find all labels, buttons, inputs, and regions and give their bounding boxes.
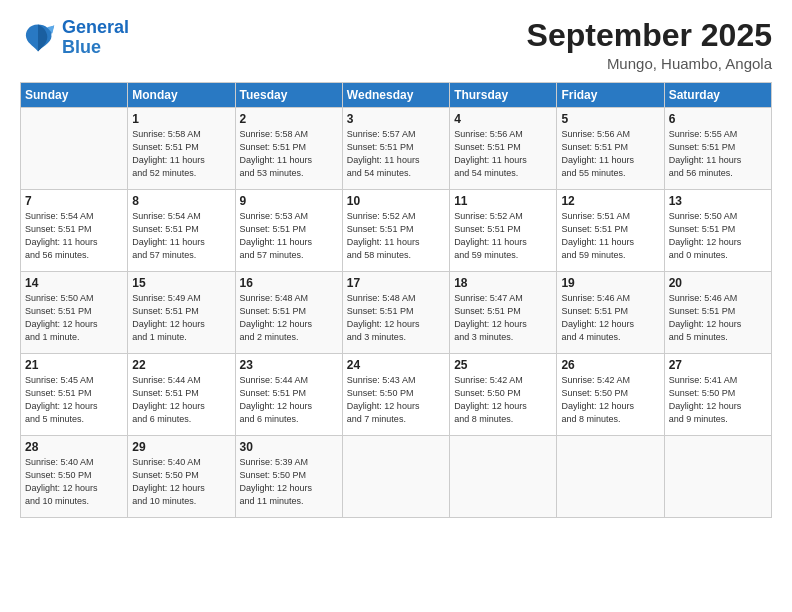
col-wednesday: Wednesday [342,83,449,108]
col-friday: Friday [557,83,664,108]
header-row: Sunday Monday Tuesday Wednesday Thursday… [21,83,772,108]
day-number: 20 [669,276,767,290]
day-info: Sunrise: 5:52 AMSunset: 5:51 PMDaylight:… [454,210,552,262]
day-info: Sunrise: 5:40 AMSunset: 5:50 PMDaylight:… [25,456,123,508]
logo-line2: Blue [62,37,101,57]
calendar-day: 18Sunrise: 5:47 AMSunset: 5:51 PMDayligh… [450,272,557,354]
day-info: Sunrise: 5:58 AMSunset: 5:51 PMDaylight:… [132,128,230,180]
day-info: Sunrise: 5:52 AMSunset: 5:51 PMDaylight:… [347,210,445,262]
day-info: Sunrise: 5:46 AMSunset: 5:51 PMDaylight:… [669,292,767,344]
calendar-day [664,436,771,518]
calendar-day: 14Sunrise: 5:50 AMSunset: 5:51 PMDayligh… [21,272,128,354]
day-number: 8 [132,194,230,208]
day-number: 14 [25,276,123,290]
day-info: Sunrise: 5:40 AMSunset: 5:50 PMDaylight:… [132,456,230,508]
day-number: 9 [240,194,338,208]
day-number: 1 [132,112,230,126]
day-info: Sunrise: 5:42 AMSunset: 5:50 PMDaylight:… [561,374,659,426]
day-number: 5 [561,112,659,126]
calendar-day: 7Sunrise: 5:54 AMSunset: 5:51 PMDaylight… [21,190,128,272]
calendar-day [450,436,557,518]
day-info: Sunrise: 5:56 AMSunset: 5:51 PMDaylight:… [454,128,552,180]
day-number: 7 [25,194,123,208]
day-number: 15 [132,276,230,290]
calendar-day: 19Sunrise: 5:46 AMSunset: 5:51 PMDayligh… [557,272,664,354]
calendar-week-2: 7Sunrise: 5:54 AMSunset: 5:51 PMDaylight… [21,190,772,272]
calendar-day: 29Sunrise: 5:40 AMSunset: 5:50 PMDayligh… [128,436,235,518]
calendar-day: 12Sunrise: 5:51 AMSunset: 5:51 PMDayligh… [557,190,664,272]
subtitle: Mungo, Huambo, Angola [527,55,772,72]
calendar-week-5: 28Sunrise: 5:40 AMSunset: 5:50 PMDayligh… [21,436,772,518]
day-number: 12 [561,194,659,208]
day-info: Sunrise: 5:51 AMSunset: 5:51 PMDaylight:… [561,210,659,262]
day-number: 16 [240,276,338,290]
day-number: 11 [454,194,552,208]
calendar-day: 5Sunrise: 5:56 AMSunset: 5:51 PMDaylight… [557,108,664,190]
calendar-day: 24Sunrise: 5:43 AMSunset: 5:50 PMDayligh… [342,354,449,436]
day-info: Sunrise: 5:46 AMSunset: 5:51 PMDaylight:… [561,292,659,344]
day-number: 27 [669,358,767,372]
calendar-day: 11Sunrise: 5:52 AMSunset: 5:51 PMDayligh… [450,190,557,272]
day-info: Sunrise: 5:54 AMSunset: 5:51 PMDaylight:… [25,210,123,262]
day-info: Sunrise: 5:57 AMSunset: 5:51 PMDaylight:… [347,128,445,180]
calendar-day: 13Sunrise: 5:50 AMSunset: 5:51 PMDayligh… [664,190,771,272]
day-info: Sunrise: 5:45 AMSunset: 5:51 PMDaylight:… [25,374,123,426]
day-info: Sunrise: 5:44 AMSunset: 5:51 PMDaylight:… [132,374,230,426]
calendar-day: 4Sunrise: 5:56 AMSunset: 5:51 PMDaylight… [450,108,557,190]
day-number: 24 [347,358,445,372]
day-number: 10 [347,194,445,208]
day-info: Sunrise: 5:53 AMSunset: 5:51 PMDaylight:… [240,210,338,262]
calendar-week-3: 14Sunrise: 5:50 AMSunset: 5:51 PMDayligh… [21,272,772,354]
day-info: Sunrise: 5:50 AMSunset: 5:51 PMDaylight:… [669,210,767,262]
day-number: 6 [669,112,767,126]
calendar-day: 30Sunrise: 5:39 AMSunset: 5:50 PMDayligh… [235,436,342,518]
day-number: 19 [561,276,659,290]
calendar-day: 15Sunrise: 5:49 AMSunset: 5:51 PMDayligh… [128,272,235,354]
logo-icon [20,20,56,56]
calendar-day: 22Sunrise: 5:44 AMSunset: 5:51 PMDayligh… [128,354,235,436]
logo-text: General Blue [62,18,129,58]
day-info: Sunrise: 5:44 AMSunset: 5:51 PMDaylight:… [240,374,338,426]
title-block: September 2025 Mungo, Huambo, Angola [527,18,772,72]
logo: General Blue [20,18,129,58]
calendar-day: 20Sunrise: 5:46 AMSunset: 5:51 PMDayligh… [664,272,771,354]
calendar-day: 8Sunrise: 5:54 AMSunset: 5:51 PMDaylight… [128,190,235,272]
day-info: Sunrise: 5:42 AMSunset: 5:50 PMDaylight:… [454,374,552,426]
day-number: 30 [240,440,338,454]
col-saturday: Saturday [664,83,771,108]
calendar-day: 23Sunrise: 5:44 AMSunset: 5:51 PMDayligh… [235,354,342,436]
calendar-table: Sunday Monday Tuesday Wednesday Thursday… [20,82,772,518]
day-info: Sunrise: 5:41 AMSunset: 5:50 PMDaylight:… [669,374,767,426]
calendar-day [21,108,128,190]
month-title: September 2025 [527,18,772,53]
day-number: 18 [454,276,552,290]
day-number: 28 [25,440,123,454]
day-info: Sunrise: 5:54 AMSunset: 5:51 PMDaylight:… [132,210,230,262]
logo-line1: General [62,17,129,37]
day-number: 21 [25,358,123,372]
calendar-day: 2Sunrise: 5:58 AMSunset: 5:51 PMDaylight… [235,108,342,190]
day-number: 13 [669,194,767,208]
day-info: Sunrise: 5:47 AMSunset: 5:51 PMDaylight:… [454,292,552,344]
day-number: 25 [454,358,552,372]
day-number: 4 [454,112,552,126]
calendar-day: 25Sunrise: 5:42 AMSunset: 5:50 PMDayligh… [450,354,557,436]
day-number: 17 [347,276,445,290]
day-number: 26 [561,358,659,372]
col-thursday: Thursday [450,83,557,108]
calendar-day: 26Sunrise: 5:42 AMSunset: 5:50 PMDayligh… [557,354,664,436]
day-info: Sunrise: 5:39 AMSunset: 5:50 PMDaylight:… [240,456,338,508]
col-monday: Monday [128,83,235,108]
day-info: Sunrise: 5:56 AMSunset: 5:51 PMDaylight:… [561,128,659,180]
calendar-day: 3Sunrise: 5:57 AMSunset: 5:51 PMDaylight… [342,108,449,190]
calendar-day: 10Sunrise: 5:52 AMSunset: 5:51 PMDayligh… [342,190,449,272]
calendar-day [557,436,664,518]
header: General Blue September 2025 Mungo, Huamb… [20,18,772,72]
day-number: 29 [132,440,230,454]
calendar-day: 9Sunrise: 5:53 AMSunset: 5:51 PMDaylight… [235,190,342,272]
calendar-day: 28Sunrise: 5:40 AMSunset: 5:50 PMDayligh… [21,436,128,518]
calendar-day: 6Sunrise: 5:55 AMSunset: 5:51 PMDaylight… [664,108,771,190]
calendar-day: 21Sunrise: 5:45 AMSunset: 5:51 PMDayligh… [21,354,128,436]
calendar-week-4: 21Sunrise: 5:45 AMSunset: 5:51 PMDayligh… [21,354,772,436]
day-info: Sunrise: 5:55 AMSunset: 5:51 PMDaylight:… [669,128,767,180]
